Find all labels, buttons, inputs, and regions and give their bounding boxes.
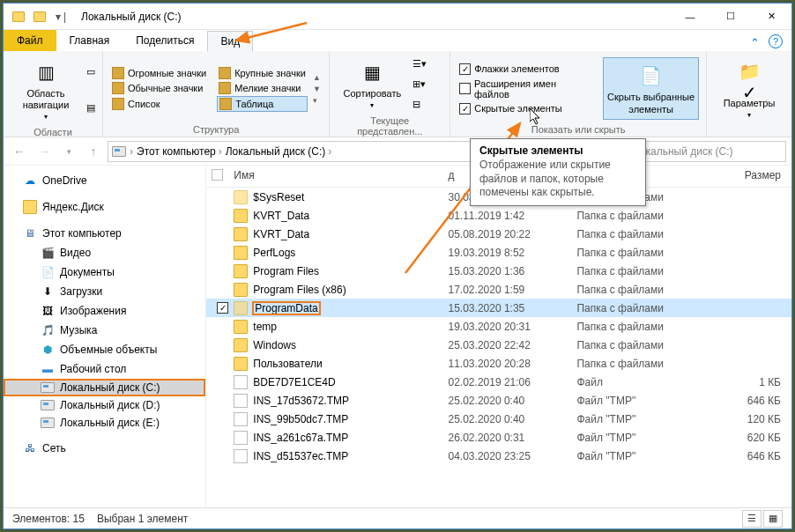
table-row[interactable]: INS_17d53672.TMP25.02.2020 0:40Файл "TMP…: [206, 391, 791, 410]
file-icon: [234, 431, 248, 445]
nav-pane-icon: ▥: [32, 58, 60, 86]
qat-folder-icon[interactable]: [30, 7, 49, 26]
scroll-up-icon[interactable]: ▲: [313, 73, 321, 82]
file-date: 25.02.2020 0:40: [449, 395, 577, 407]
table-row[interactable]: ✓ProgramData15.03.2020 1:35Папка с файла…: [206, 299, 791, 317]
nav-drive-c[interactable]: Локальный диск (C:): [4, 379, 205, 396]
table-row[interactable]: temp19.03.2020 20:31Папка с файлами: [206, 317, 791, 336]
layout-small[interactable]: Мелкие значки: [217, 81, 308, 95]
tab-view[interactable]: Вид: [207, 31, 253, 52]
folder-icon: [9, 7, 28, 26]
layout-details[interactable]: Таблица: [217, 96, 308, 112]
back-button[interactable]: ←: [9, 141, 30, 162]
file-icon: [234, 412, 248, 426]
folder-icon: [234, 264, 248, 278]
table-row[interactable]: Windows25.03.2020 22:42Папка с файлами: [206, 336, 791, 354]
forward-button[interactable]: →: [33, 141, 55, 162]
checkbox-hidden-items[interactable]: ✓Скрытые элементы: [457, 102, 594, 115]
size-columns-icon[interactable]: ⊟: [412, 99, 427, 110]
file-type: Файл "TMP": [576, 395, 722, 407]
qat-dropdown[interactable]: ▾ |: [51, 7, 71, 26]
layout-medium[interactable]: Обычные значки: [110, 81, 208, 95]
close-button[interactable]: ✕: [751, 4, 791, 30]
table-row[interactable]: INS_d51537ec.TMP04.03.2020 23:25Файл "TM…: [206, 447, 791, 465]
table-row[interactable]: Program Files15.03.2020 1:36Папка с файл…: [206, 262, 791, 280]
folder-icon: [234, 301, 248, 315]
file-date: 02.02.2019 21:06: [449, 376, 577, 388]
table-row[interactable]: KVRT_Data01.11.2019 1:42Папка с файлами: [206, 206, 791, 225]
group-by-icon[interactable]: ☰▾: [412, 58, 427, 70]
breadcrumb-drive-c[interactable]: Локальный диск (C:)›: [226, 145, 332, 158]
file-name: Program Files: [253, 265, 319, 277]
navigation-pane[interactable]: ☁OneDrive Яндекс.Диск 🖥Этот компьютер 🎬В…: [4, 166, 206, 507]
nav-onedrive[interactable]: ☁OneDrive: [4, 171, 205, 190]
hide-selected-button[interactable]: 📄 Скрыть выбранные элементы: [603, 57, 699, 119]
nav-3d-objects[interactable]: ⬢Объемные объекты: [4, 340, 205, 359]
nav-thispc[interactable]: 🖥Этот компьютер: [4, 224, 205, 243]
breadcrumb-thispc[interactable]: Этот компьютер›: [137, 145, 222, 158]
folder-icon: [234, 283, 248, 297]
recent-dropdown[interactable]: ▾: [58, 141, 79, 162]
checkbox-item-checkboxes[interactable]: ✓Флажки элементов: [457, 63, 594, 76]
ribbon-collapse-icon[interactable]: ⌃: [747, 34, 763, 51]
table-row[interactable]: Program Files (x86)17.02.2020 1:59Папка …: [206, 280, 791, 299]
file-date: 25.03.2020 22:42: [449, 339, 577, 351]
navigation-pane-button[interactable]: ▥ Область навигации▾: [11, 55, 81, 125]
view-thumbnails-button[interactable]: ▦: [763, 510, 783, 528]
sort-button[interactable]: ▦ Сортировать▾: [337, 55, 407, 114]
file-type: Файл "TMP": [576, 413, 722, 425]
ribbon: ▥ Область навигации▾ ▭ ▤ Области Огромны…: [4, 51, 791, 137]
help-icon[interactable]: ?: [769, 34, 783, 48]
nav-desktop[interactable]: ▬Рабочий стол: [4, 359, 205, 379]
table-row[interactable]: PerfLogs19.03.2019 8:52Папка с файлами: [206, 243, 791, 262]
ribbon-group-show-hide: ✓Флажки элементов Расширения имен файлов…: [450, 51, 707, 137]
file-name: KVRT_Data: [253, 228, 309, 240]
add-columns-icon[interactable]: ⊞▾: [412, 78, 427, 90]
file-type: Папка с файлами: [576, 302, 722, 314]
table-row[interactable]: Пользователи11.03.2020 20:28Папка с файл…: [206, 354, 791, 373]
nav-downloads[interactable]: ⬇Загрузки: [4, 282, 205, 301]
tab-file[interactable]: Файл: [4, 30, 56, 51]
tab-home[interactable]: Главная: [56, 30, 123, 51]
up-button[interactable]: ↑: [83, 141, 104, 162]
file-date: 17.02.2020 1:59: [449, 284, 577, 296]
table-row[interactable]: INS_a261c67a.TMP26.02.2020 0:31Файл "TMP…: [206, 428, 791, 447]
file-name: KVRT_Data: [253, 210, 309, 222]
drive-icon: [112, 146, 126, 157]
table-row[interactable]: KVRT_Data05.08.2019 20:22Папка с файлами: [206, 225, 791, 243]
minimize-button[interactable]: —: [670, 4, 710, 30]
layout-extra-large[interactable]: Огромные значки: [110, 66, 208, 80]
nav-music[interactable]: 🎵Музыка: [4, 321, 205, 340]
col-header-name[interactable]: Имя: [234, 169, 448, 183]
status-item-count: Элементов: 15: [12, 513, 85, 525]
file-name: $SysReset: [253, 191, 304, 203]
expand-icon[interactable]: ▾: [313, 96, 321, 105]
tab-share[interactable]: Поделиться: [123, 30, 207, 51]
nav-pictures[interactable]: 🖼Изображения: [4, 301, 205, 321]
nav-drive-e[interactable]: Локальный диск (E:): [4, 414, 205, 432]
view-details-button[interactable]: ☰: [742, 510, 762, 528]
nav-yandex[interactable]: Яндекс.Диск: [4, 197, 205, 217]
checkbox-file-extensions[interactable]: Расширения имен файлов: [457, 78, 594, 100]
file-size: 646 КБ: [723, 450, 791, 462]
file-icon: [234, 394, 248, 408]
nav-drive-d[interactable]: Локальный диск (D:): [4, 396, 205, 414]
layout-large[interactable]: Крупные значки: [217, 66, 308, 80]
layout-list[interactable]: Список: [110, 96, 208, 112]
table-row[interactable]: BDE7D7E1CE4D02.02.2019 21:06Файл1 КБ: [206, 373, 791, 391]
ribbon-group-layout: Огромные значки Крупные значки Обычные з…: [103, 51, 330, 137]
options-button[interactable]: 📁✓ Параметры▾: [714, 55, 784, 133]
ribbon-group-options: 📁✓ Параметры▾: [707, 51, 791, 137]
file-type: Папка с файлами: [576, 358, 722, 370]
scroll-down-icon[interactable]: ▼: [313, 85, 321, 93]
file-size: 120 КБ: [723, 413, 791, 425]
nav-documents[interactable]: 📄Документы: [4, 262, 205, 282]
file-name: temp: [253, 321, 277, 333]
preview-pane-icon[interactable]: ▭: [86, 66, 95, 78]
nav-video[interactable]: 🎬Видео: [4, 243, 205, 262]
details-pane-icon[interactable]: ▤: [86, 102, 95, 114]
table-row[interactable]: INS_99b50dc7.TMP25.02.2020 0:40Файл "TMP…: [206, 410, 791, 428]
nav-network[interactable]: 🖧Сеть: [4, 439, 205, 458]
col-header-size[interactable]: Размер: [723, 169, 791, 183]
maximize-button[interactable]: ☐: [710, 4, 751, 30]
